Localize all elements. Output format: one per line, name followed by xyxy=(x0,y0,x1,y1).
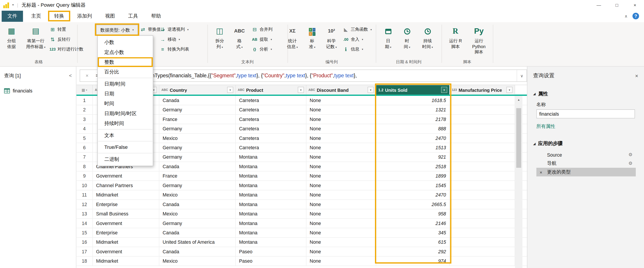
statistics-button[interactable]: XΣ 统计 信息▾ xyxy=(282,25,302,50)
maximize-button[interactable]: □ xyxy=(608,0,626,10)
table-cell[interactable]: Germany xyxy=(159,153,236,162)
table-cell[interactable] xyxy=(450,228,515,237)
table-cell[interactable]: Germany xyxy=(159,124,236,133)
table-cell[interactable] xyxy=(450,105,515,114)
table-cell[interactable]: Montana xyxy=(236,219,306,228)
table-cell[interactable] xyxy=(450,209,515,218)
table-cell[interactable] xyxy=(450,96,515,105)
merge-columns-button[interactable]: ⊟ 合并列 xyxy=(252,25,272,34)
table-cell[interactable]: 1545 xyxy=(376,181,450,190)
parse-button[interactable]: {} 分析 ▾ xyxy=(252,45,272,54)
column-header-manufacturing-price[interactable]: 123Manufacturing Price▼ xyxy=(450,85,515,94)
menu-item-日期-时间[interactable]: 日期/时间 xyxy=(98,79,153,89)
table-cell[interactable]: Small Business xyxy=(93,209,159,218)
first-row-headers-button[interactable]: ▤ 将第一行 用作标题▾ xyxy=(23,25,48,50)
table-cell[interactable]: Germany xyxy=(159,219,236,228)
table-cell[interactable]: 10 xyxy=(76,181,93,190)
table-cell[interactable] xyxy=(450,162,515,171)
table-cell[interactable]: 5 xyxy=(76,134,93,143)
table-cell[interactable]: None xyxy=(306,172,376,181)
table-cell[interactable]: None xyxy=(306,238,376,247)
table-cell[interactable]: 16 xyxy=(76,238,93,247)
collapse-ribbon-icon[interactable]: ∧ xyxy=(625,14,628,18)
table-cell[interactable]: None xyxy=(306,134,376,143)
table-cell[interactable]: Canada xyxy=(159,96,236,105)
table-cell[interactable]: Government xyxy=(93,172,159,181)
table-cell[interactable]: Germany xyxy=(159,143,236,152)
table-cell[interactable]: Germany xyxy=(159,105,236,114)
menu-item-文本[interactable]: 文本 xyxy=(98,130,153,140)
menu-item-整数[interactable]: 整数 xyxy=(98,57,153,67)
table-cell[interactable]: None xyxy=(306,190,376,200)
table-cell[interactable] xyxy=(450,190,515,200)
convert-to-list-button[interactable]: ≡ 转换为列表 xyxy=(159,45,189,54)
scroll-up-icon[interactable]: ▲ xyxy=(515,96,522,103)
table-cell[interactable]: 1618.5 xyxy=(376,96,450,105)
table-cell[interactable]: None xyxy=(306,124,376,133)
table-cell[interactable]: None xyxy=(306,162,376,171)
table-cell[interactable]: 14 xyxy=(76,219,93,228)
table-cell[interactable]: Government xyxy=(93,219,159,228)
table-cell[interactable]: Carretera xyxy=(236,96,306,105)
data-type-button[interactable]: 数据类型: 小数 ▾ xyxy=(96,25,138,36)
table-cell[interactable]: 12 xyxy=(76,200,93,209)
table-cell[interactable]: United States of America xyxy=(159,238,236,247)
table-cell[interactable]: 2665.5 xyxy=(376,200,450,209)
table-cell[interactable]: Montana xyxy=(236,209,306,218)
rounding-button[interactable]: .00 舍入 ▾ xyxy=(342,36,363,44)
table-cell[interactable]: Carretera xyxy=(236,115,306,124)
information-button[interactable]: ℹ 信息 ▾ xyxy=(342,45,363,54)
menu-tab-home[interactable]: 主页 xyxy=(26,11,46,22)
table-cell[interactable]: Canada xyxy=(159,247,236,256)
column-filter-button[interactable]: ▼ xyxy=(441,87,447,93)
table-cell[interactable]: Government xyxy=(93,247,159,256)
menu-item-小数[interactable]: 小数 xyxy=(98,38,153,47)
close-settings-icon[interactable]: × xyxy=(635,73,638,79)
table-cell[interactable] xyxy=(450,115,515,124)
table-cell[interactable]: None xyxy=(306,219,376,228)
table-cell[interactable]: 13 xyxy=(76,209,93,218)
time-button[interactable]: 时 间▾ xyxy=(398,25,416,50)
trigonometry-button[interactable]: ◣ 三角函数 ▾ xyxy=(342,25,372,34)
applied-step-更改的类型[interactable]: ×更改的类型 xyxy=(536,168,636,176)
table-cell[interactable]: Midmarket xyxy=(93,257,159,266)
table-cell[interactable]: Canada xyxy=(159,162,236,171)
table-cell[interactable]: None xyxy=(306,209,376,218)
table-cell[interactable]: Mexico xyxy=(159,209,236,218)
table-cell[interactable] xyxy=(450,124,515,133)
table-cell[interactable]: 974 xyxy=(376,257,450,266)
table-cell[interactable]: 345 xyxy=(376,228,450,237)
column-header-product[interactable]: ABCProduct▼ xyxy=(236,85,306,94)
table-cell[interactable]: None xyxy=(306,257,376,266)
delete-step-icon[interactable]: × xyxy=(540,169,546,174)
format-button[interactable]: ABC 格 式▾ xyxy=(231,25,248,50)
table-cell[interactable]: Carretera xyxy=(236,124,306,133)
collapse-queries-pane-icon[interactable]: < xyxy=(69,73,72,79)
table-cell[interactable]: 11 xyxy=(76,190,93,200)
table-cell[interactable]: None xyxy=(306,143,376,152)
table-cell[interactable]: None xyxy=(306,96,376,105)
table-cell[interactable]: None xyxy=(306,247,376,256)
table-cell[interactable]: None xyxy=(306,228,376,237)
table-cell[interactable]: Channel Partners xyxy=(93,181,159,190)
name-field[interactable]: financials xyxy=(536,109,635,119)
menu-tab-transform[interactable]: 转换 xyxy=(49,11,69,22)
table-cell[interactable]: None xyxy=(306,105,376,114)
table-cell[interactable]: Montana xyxy=(236,200,306,209)
table-cell[interactable]: Enterprise xyxy=(93,200,159,209)
menu-item-百分比[interactable]: 百分比 xyxy=(98,67,153,77)
table-cell[interactable] xyxy=(450,153,515,162)
table-cell[interactable]: None xyxy=(306,181,376,190)
count-rows-button[interactable]: 123 对行进行计数 xyxy=(49,45,83,54)
unpivot-columns-button[interactable]: ⇊ 逆透视列 ▾ xyxy=(159,25,189,34)
table-cell[interactable]: 2178 xyxy=(376,115,450,124)
applied-step-source[interactable]: ×Source⚙ xyxy=(536,150,636,159)
column-filter-button[interactable]: ▼ xyxy=(368,87,374,93)
table-cell[interactable]: Canada xyxy=(159,228,236,237)
table-cell[interactable]: 1899 xyxy=(376,172,450,181)
table-cell[interactable]: Carretera xyxy=(236,105,306,114)
table-cell[interactable]: 1513 xyxy=(376,143,450,152)
menu-item-定点小数[interactable]: 定点小数 xyxy=(98,47,153,57)
table-cell[interactable] xyxy=(450,219,515,228)
table-cell[interactable]: Midmarket xyxy=(93,238,159,247)
